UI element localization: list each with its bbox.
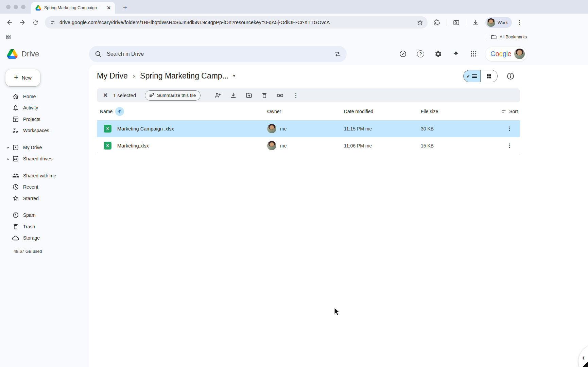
file-row-marketing[interactable]: X Marketing.xlsx me 11:06 PM me 15 KB ⋮	[97, 137, 520, 154]
offline-status-icon[interactable]	[399, 50, 407, 58]
column-header-size[interactable]: File size	[421, 109, 499, 114]
move-to-folder-icon[interactable]	[245, 92, 253, 99]
account-avatar[interactable]	[514, 49, 525, 59]
browser-tab[interactable]: Spring Marketing Campaign - ✕	[31, 2, 115, 14]
selected-count-label: 1 selected	[113, 93, 136, 98]
trash-icon[interactable]	[261, 92, 268, 99]
sidebar-item-workspaces[interactable]: Workspaces	[0, 125, 89, 137]
window-zoom-button[interactable]	[21, 5, 25, 9]
workspaces-icon	[12, 127, 19, 134]
forward-icon[interactable]	[17, 17, 28, 28]
column-header-owner[interactable]: Owner	[267, 109, 344, 114]
plus-icon: +	[14, 73, 18, 82]
sort-ascending-icon[interactable]	[115, 107, 124, 116]
search-side-panel-icon[interactable]	[451, 17, 462, 28]
reload-icon[interactable]	[30, 17, 41, 28]
drive-content-panel: My Drive › Spring Marketing Camp... ▾ ✓	[89, 65, 588, 367]
sort-lines-icon	[501, 109, 506, 114]
storage-used-label: 48.67 GB used	[14, 249, 89, 254]
sidebar-item-projects[interactable]: Projects	[0, 113, 89, 125]
cloud-icon	[12, 234, 19, 241]
breadcrumb: My Drive › Spring Marketing Camp... ▾ ✓	[89, 65, 588, 86]
chevron-left-icon: ‹	[582, 353, 585, 362]
screen: Spring Marketing Campaign - ✕ + drive.go…	[0, 0, 588, 367]
home-icon	[12, 93, 19, 100]
url-text: drive.google.com/scary/drive/folders/1BH…	[59, 20, 417, 25]
sidebar-item-storage[interactable]: Storage	[0, 232, 89, 244]
details-info-icon[interactable]	[506, 72, 515, 81]
window-close-button[interactable]	[6, 5, 11, 9]
bookmark-star-icon[interactable]	[417, 19, 423, 26]
toolbar-separator	[447, 19, 447, 26]
list-view-button[interactable]: ✓	[464, 70, 480, 82]
drive-header: Drive Search in Drive ?	[0, 42, 588, 65]
google-account-chip[interactable]: Google	[485, 47, 527, 62]
row-more-actions-icon[interactable]: ⋮	[505, 141, 514, 151]
sidebar-item-starred[interactable]: Starred	[0, 193, 89, 204]
sidebar-item-shared-drives[interactable]: ▸ Shared drives	[0, 153, 89, 165]
bookmarks-bar: All Bookmarks	[0, 31, 588, 42]
grid-view-icon	[486, 73, 492, 79]
extensions-icon[interactable]	[432, 17, 443, 28]
chrome-menu-icon[interactable]: ⋮	[514, 17, 525, 28]
new-button[interactable]: + New	[5, 69, 40, 86]
drive-logo-icon	[7, 49, 18, 59]
profile-name: Work	[498, 20, 508, 25]
url-bar[interactable]: drive.google.com/scary/drive/folders/1BH…	[45, 16, 428, 29]
toolbar-separator	[466, 19, 466, 26]
summarize-file-button[interactable]: Summarize this file	[145, 90, 201, 101]
sidebar-item-activity[interactable]: Activity	[0, 102, 89, 114]
expand-caret-icon[interactable]: ▸	[7, 157, 12, 161]
grid-view-button[interactable]	[480, 70, 497, 82]
sidebar-item-trash[interactable]: Trash	[0, 221, 89, 232]
site-settings-icon[interactable]	[50, 19, 56, 25]
settings-gear-icon[interactable]	[434, 50, 443, 58]
share-person-add-icon[interactable]	[214, 92, 221, 99]
expand-caret-icon[interactable]: ▸	[7, 145, 12, 149]
copy-link-icon[interactable]	[276, 92, 284, 99]
file-name: Marketing Campaign .xlsx	[117, 126, 174, 132]
view-toggle: ✓	[463, 70, 498, 82]
new-tab-button[interactable]: +	[121, 3, 129, 12]
owner-avatar	[267, 141, 276, 150]
file-modified: 11:15 PM me	[344, 126, 421, 132]
sidebar-item-recent[interactable]: Recent	[0, 181, 89, 193]
sidebar-item-shared-with-me[interactable]: Shared with me	[0, 170, 89, 181]
sidebar-item-spam[interactable]: Spam	[0, 210, 89, 221]
help-icon[interactable]: ?	[416, 50, 425, 58]
projects-icon	[12, 116, 19, 123]
column-header-name[interactable]: Name	[97, 107, 267, 116]
owner-name: me	[280, 143, 287, 148]
breadcrumb-current-folder[interactable]: Spring Marketing Camp...	[140, 71, 229, 81]
sidebar-item-my-drive[interactable]: ▸ My Drive	[0, 142, 89, 153]
owner-avatar	[267, 124, 276, 133]
download-icon[interactable]	[229, 92, 237, 99]
tab-groups-icon[interactable]	[3, 32, 13, 42]
breadcrumb-my-drive[interactable]: My Drive	[97, 71, 128, 81]
back-icon[interactable]	[4, 17, 15, 28]
check-icon: ✓	[467, 74, 470, 79]
column-header-modified[interactable]: Date modified	[344, 109, 421, 114]
google-logo-letter: e	[507, 50, 511, 57]
all-bookmarks-button[interactable]: All Bookmarks	[484, 34, 527, 40]
browser-profile-chip[interactable]: Work	[485, 17, 512, 28]
more-actions-icon[interactable]: ⋮	[292, 92, 299, 99]
file-row-marketing-campaign[interactable]: X Marketing Campaign .xlsx me 11:15 PM m…	[97, 120, 520, 137]
all-bookmarks-label: All Bookmarks	[500, 35, 527, 39]
tab-close-icon[interactable]: ✕	[106, 5, 112, 11]
search-options-icon[interactable]	[334, 50, 341, 58]
star-icon	[12, 195, 19, 202]
clear-selection-icon[interactable]: ✕	[102, 92, 109, 99]
sort-button[interactable]: Sort	[501, 109, 518, 114]
gemini-spark-icon[interactable]	[452, 50, 460, 58]
trash-icon	[12, 223, 19, 230]
google-apps-grid-icon[interactable]	[469, 50, 478, 58]
window-minimize-button[interactable]	[14, 5, 18, 9]
folder-menu-caret-icon[interactable]: ▾	[233, 73, 235, 78]
sidebar-item-home[interactable]: Home	[0, 91, 89, 102]
row-more-actions-icon[interactable]: ⋮	[505, 124, 514, 134]
drive-logo[interactable]: Drive	[7, 49, 89, 59]
drive-search-bar[interactable]: Search in Drive	[89, 46, 347, 62]
breadcrumb-chevron-icon: ›	[133, 72, 135, 80]
downloads-icon[interactable]	[470, 17, 481, 28]
